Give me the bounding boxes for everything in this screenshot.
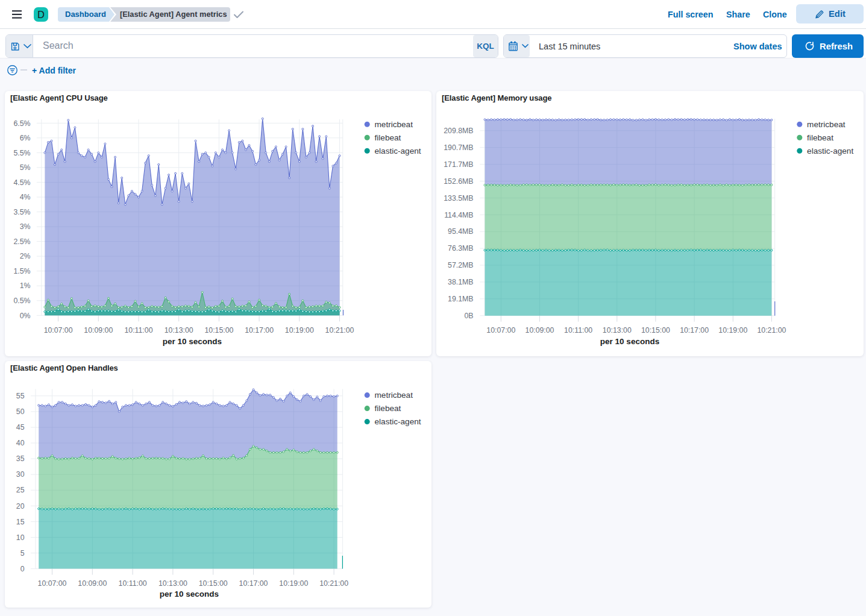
svg-text:95.4MB: 95.4MB (448, 227, 473, 236)
svg-text:10:17:00: 10:17:00 (245, 326, 274, 335)
svg-text:elastic-agent: elastic-agent (807, 146, 853, 156)
svg-text:filebeat: filebeat (807, 133, 833, 142)
svg-text:0.5%: 0.5% (13, 297, 30, 305)
svg-text:5%: 5% (20, 163, 31, 172)
svg-text:metricbeat: metricbeat (375, 391, 413, 400)
svg-text:per 10 seconds: per 10 seconds (600, 337, 659, 346)
svg-text:elastic-agent: elastic-agent (375, 146, 421, 156)
svg-text:3.5%: 3.5% (13, 208, 30, 216)
svg-text:10:17:00: 10:17:00 (239, 579, 268, 588)
svg-text:10:07:00: 10:07:00 (486, 326, 515, 335)
svg-text:10:09:00: 10:09:00 (78, 579, 107, 588)
svg-text:0B: 0B (464, 312, 473, 320)
svg-text:filebeat: filebeat (375, 133, 401, 142)
svg-text:per 10 seconds: per 10 seconds (163, 337, 222, 346)
svg-text:10:07:00: 10:07:00 (44, 326, 73, 335)
svg-text:10:21:00: 10:21:00 (325, 326, 354, 335)
svg-text:10:09:00: 10:09:00 (526, 326, 554, 335)
svg-text:6%: 6% (20, 134, 31, 142)
svg-text:10:13:00: 10:13:00 (165, 326, 193, 335)
svg-text:19.1MB: 19.1MB (448, 295, 473, 303)
svg-text:133.5MB: 133.5MB (444, 194, 473, 203)
svg-text:171.7MB: 171.7MB (444, 160, 473, 169)
svg-text:38.1MB: 38.1MB (448, 278, 473, 286)
svg-text:10:19:00: 10:19:00 (279, 579, 308, 588)
svg-text:10:11:00: 10:11:00 (119, 579, 147, 588)
svg-text:10:11:00: 10:11:00 (564, 326, 592, 335)
svg-text:2%: 2% (20, 252, 31, 260)
svg-text:10:15:00: 10:15:00 (199, 579, 228, 588)
svg-text:152.6MB: 152.6MB (444, 177, 473, 186)
svg-text:10:21:00: 10:21:00 (757, 326, 786, 335)
svg-text:57.2MB: 57.2MB (448, 261, 473, 269)
svg-text:3%: 3% (20, 222, 31, 231)
svg-text:6.5%: 6.5% (13, 119, 30, 128)
svg-text:15: 15 (16, 518, 25, 526)
svg-text:10:17:00: 10:17:00 (680, 326, 709, 335)
svg-text:0: 0 (20, 565, 25, 573)
svg-text:10:15:00: 10:15:00 (204, 326, 233, 335)
svg-text:190.7MB: 190.7MB (444, 143, 473, 152)
svg-text:20: 20 (16, 502, 25, 511)
svg-text:76.3MB: 76.3MB (448, 244, 473, 253)
svg-text:metricbeat: metricbeat (375, 120, 413, 129)
svg-text:40: 40 (16, 439, 25, 447)
svg-text:114.4MB: 114.4MB (444, 211, 473, 219)
svg-text:per 10 seconds: per 10 seconds (160, 589, 219, 599)
svg-text:50: 50 (16, 407, 25, 416)
svg-text:5: 5 (20, 549, 25, 558)
svg-text:25: 25 (16, 486, 25, 494)
svg-text:10:07:00: 10:07:00 (38, 579, 67, 588)
svg-text:4%: 4% (20, 193, 31, 201)
svg-text:10:09:00: 10:09:00 (84, 326, 113, 335)
svg-text:2.5%: 2.5% (13, 237, 30, 246)
svg-text:10:21:00: 10:21:00 (319, 579, 348, 588)
svg-text:35: 35 (16, 454, 25, 463)
svg-text:10:13:00: 10:13:00 (603, 326, 632, 335)
svg-text:1.5%: 1.5% (13, 267, 30, 275)
svg-text:10: 10 (16, 533, 25, 542)
svg-text:10:15:00: 10:15:00 (641, 326, 670, 335)
svg-text:5.5%: 5.5% (13, 149, 30, 157)
svg-text:filebeat: filebeat (375, 404, 401, 413)
svg-text:metricbeat: metricbeat (807, 120, 846, 129)
svg-text:209.8MB: 209.8MB (444, 127, 473, 135)
svg-text:1%: 1% (20, 281, 31, 290)
svg-text:55: 55 (16, 392, 25, 400)
svg-text:4.5%: 4.5% (13, 178, 30, 187)
svg-text:elastic-agent: elastic-agent (375, 417, 421, 426)
svg-text:10:19:00: 10:19:00 (718, 326, 747, 335)
svg-text:10:19:00: 10:19:00 (285, 326, 314, 335)
svg-text:0%: 0% (20, 312, 31, 320)
svg-text:30: 30 (16, 470, 25, 479)
svg-text:45: 45 (16, 423, 25, 432)
svg-text:10:13:00: 10:13:00 (158, 579, 187, 588)
svg-text:10:11:00: 10:11:00 (125, 326, 153, 335)
